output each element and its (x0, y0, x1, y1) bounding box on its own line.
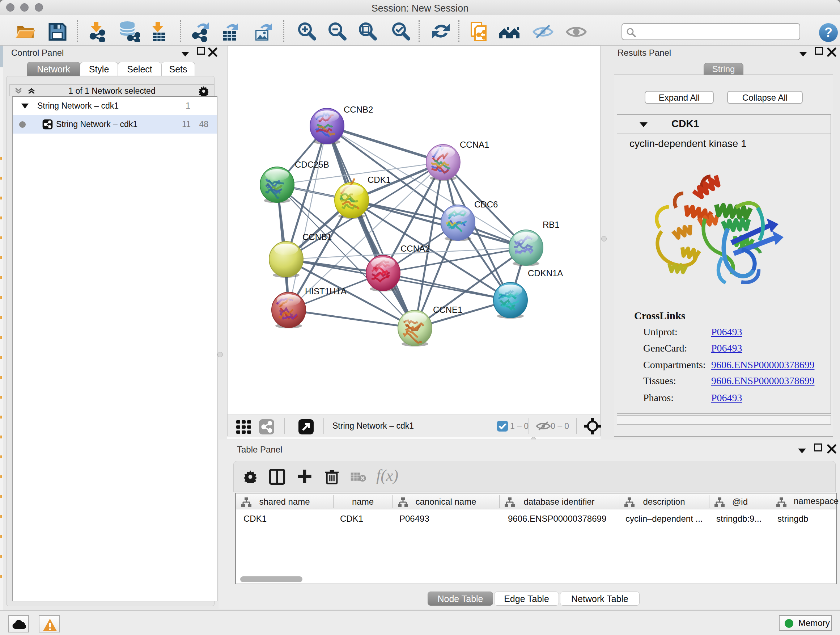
svg-text:?: ? (824, 25, 832, 40)
svg-text:CCNB2: CCNB2 (344, 105, 373, 114)
svg-text:CDK1: CDK1 (368, 175, 391, 185)
svg-text:RB1: RB1 (543, 220, 560, 230)
svg-text:CDKN1A: CDKN1A (528, 268, 563, 278)
svg-text:CCNA1: CCNA1 (460, 140, 489, 149)
svg-text:CDC6: CDC6 (474, 200, 498, 209)
svg-text:CCNE1: CCNE1 (433, 305, 462, 315)
svg-text:CDC25B: CDC25B (295, 160, 329, 169)
svg-text:CCNA2: CCNA2 (401, 244, 430, 253)
svg-text:HIST1H1A: HIST1H1A (305, 287, 347, 296)
svg-text:CCNB1: CCNB1 (302, 232, 332, 242)
